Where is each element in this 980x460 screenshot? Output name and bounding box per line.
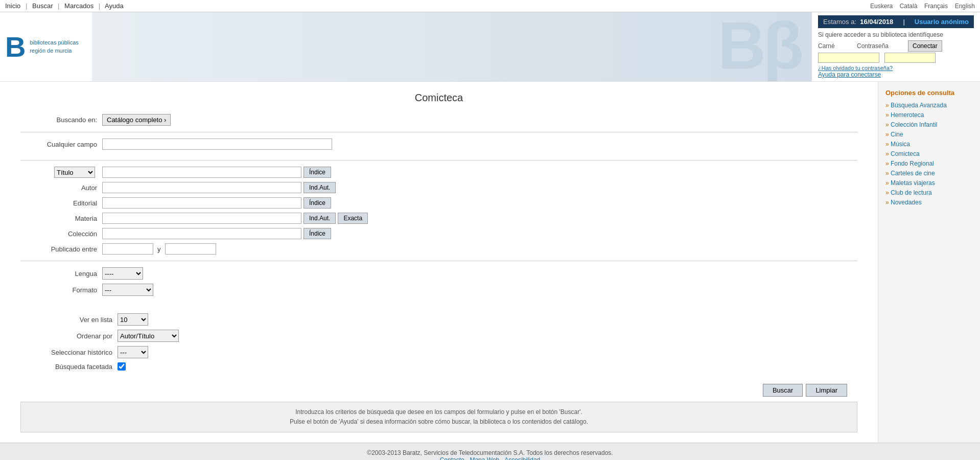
nav-buscar[interactable]: Buscar: [32, 2, 53, 10]
date-bar: Estamos a: 16/04/2018 | Usuario anónimo: [818, 15, 974, 28]
sidebar-link-coleccion-infantil[interactable]: Colección Infantil: [885, 121, 973, 128]
password-input[interactable]: [884, 53, 936, 63]
advanced-fields-section: Título Índice Autor Ind.Aut. Editorial Í…: [20, 160, 857, 261]
publicado-hasta-input[interactable]: [165, 243, 216, 255]
busqueda-facetada-row: Búsqueda facetada: [20, 362, 857, 371]
search-content: Comicteca Buscando en: Catálogo completo…: [0, 82, 878, 443]
seleccionar-historico-select[interactable]: ---: [118, 346, 148, 358]
sidebar-link-novedades[interactable]: Novedades: [885, 199, 973, 206]
footer-link-accesibilidad[interactable]: Accesibilidad: [504, 456, 540, 460]
materia-indaut-button[interactable]: Ind.Aut.: [304, 213, 336, 224]
login-area: Si quiere acceder a su biblioteca identi…: [818, 31, 974, 78]
titulo-field-select[interactable]: Título: [54, 167, 95, 178]
footer-copyright: ©2003-2013 Baratz, Servicios de Teledocu…: [6, 449, 974, 456]
help-connect-link[interactable]: Ayuda para conectarse: [818, 71, 881, 78]
carne-label: Carné: [818, 42, 854, 50]
carne-input[interactable]: [818, 53, 879, 63]
lang-catala[interactable]: Català: [900, 3, 918, 10]
busqueda-facetada-checkbox[interactable]: [118, 362, 126, 371]
nav-sep-3: |: [99, 2, 100, 10]
seleccionar-historico-label: Seleccionar histórico: [20, 349, 118, 356]
cualquier-campo-input[interactable]: [102, 139, 332, 150]
publicado-label: Publicado entre: [20, 245, 102, 253]
catalog-select-button[interactable]: Catálogo completo ›: [102, 114, 171, 126]
buscando-label: Buscando en:: [20, 116, 102, 124]
login-prompt: Si quiere acceder a su biblioteca identi…: [818, 31, 974, 38]
nav-inicio[interactable]: Inicio: [5, 2, 20, 10]
ver-en-lista-row: Ver en lista 10: [20, 313, 857, 326]
materia-label: Materia: [20, 215, 102, 222]
autor-input[interactable]: [102, 182, 301, 193]
editorial-label: Editorial: [20, 199, 102, 207]
info-line-2: Pulse el botón de 'Ayuda' si desea infor…: [31, 417, 847, 427]
logo-area: B bibliotecas públicas región de murcia: [0, 12, 92, 81]
footer-link-mapa-web[interactable]: Mapa Web: [470, 456, 499, 460]
titulo-label-container: Título: [20, 167, 102, 178]
sidebar-link-musica[interactable]: Música: [885, 141, 973, 148]
coleccion-label: Colección: [20, 230, 102, 238]
materia-row: Materia Ind.Aut. Exacta: [20, 213, 857, 224]
main-nav: Inicio | Buscar | Marcados | Ayuda: [5, 2, 127, 10]
publicado-desde-input[interactable]: [102, 243, 153, 255]
coleccion-row: Colección Índice: [20, 228, 857, 239]
sidebar-title: Opciones de consulta: [885, 89, 973, 97]
login-panel: Estamos a: 16/04/2018 | Usuario anónimo …: [811, 12, 980, 81]
lengua-row: Lengua ----: [20, 267, 857, 280]
coleccion-index-button[interactable]: Índice: [304, 228, 331, 239]
formato-row: Formato ---: [20, 284, 857, 296]
buscar-button[interactable]: Buscar: [763, 384, 803, 397]
sidebar-link-comicteca[interactable]: Comicteca: [885, 150, 973, 157]
sidebar-link-cine[interactable]: Cine: [885, 131, 973, 138]
formato-select[interactable]: ---: [102, 284, 153, 296]
sidebar-link-carteles-cine[interactable]: Carteles de cine: [885, 170, 973, 177]
titulo-index-button[interactable]: Índice: [304, 167, 331, 178]
sidebar-link-club-lectura[interactable]: Club de lectura: [885, 189, 973, 196]
busqueda-facetada-label: Búsqueda facetada: [20, 363, 118, 371]
action-buttons: Buscar Limpiar: [20, 384, 857, 397]
sidebar-link-hemeroteca[interactable]: Hemeroteca: [885, 111, 973, 119]
autor-row: Autor Ind.Aut.: [20, 182, 857, 193]
lang-nav: Euskera Català Français English: [865, 2, 975, 10]
info-box: Introduzca los criterios de búsqueda que…: [20, 402, 857, 432]
lang-francais[interactable]: Français: [924, 3, 948, 10]
logo-letter: B: [5, 33, 26, 61]
nav-marcados[interactable]: Marcados: [64, 2, 94, 10]
nav-ayuda[interactable]: Ayuda: [105, 2, 124, 10]
cualquier-campo-label: Cualquier campo: [20, 141, 102, 148]
header-background: Bβ: [92, 12, 811, 81]
titulo-row: Título Índice: [20, 167, 857, 178]
editorial-row: Editorial Índice: [20, 197, 857, 209]
sidebar: Opciones de consulta Búsqueda Avanzada H…: [878, 82, 980, 443]
coleccion-input[interactable]: [102, 228, 301, 239]
ver-en-lista-select[interactable]: 10: [118, 313, 148, 326]
lang-euskera[interactable]: Euskera: [870, 3, 893, 10]
page-footer: ©2003-2013 Baratz, Servicios de Teledocu…: [0, 443, 980, 460]
ordenar-por-label: Ordenar por: [20, 332, 118, 340]
materia-exacta-button[interactable]: Exacta: [338, 213, 368, 224]
sidebar-link-fondo-regional[interactable]: Fondo Regional: [885, 160, 973, 167]
bottom-options-section: Ver en lista 10 Ordenar por Autor/Título…: [20, 306, 857, 379]
user-label: Usuario anónimo: [915, 18, 969, 26]
footer-links: Contacto - Mapa Web - Accesibilidad: [6, 456, 974, 460]
footer-link-contacto[interactable]: Contacto: [440, 456, 464, 460]
lang-english[interactable]: English: [955, 3, 975, 10]
forgot-password-link[interactable]: ¿Has olvidado tu contraseña?: [818, 65, 974, 71]
publicado-row: Publicado entre y: [20, 243, 857, 255]
page-title: Comicteca: [20, 92, 857, 104]
editorial-input[interactable]: [102, 197, 301, 209]
lengua-select[interactable]: ----: [102, 267, 143, 280]
autor-indaut-button[interactable]: Ind.Aut.: [304, 182, 336, 193]
autor-label: Autor: [20, 184, 102, 192]
sidebar-link-maletas-viajeras[interactable]: Maletas viajeras: [885, 179, 973, 187]
sidebar-link-busqueda-avanzada[interactable]: Búsqueda Avanzada: [885, 102, 973, 109]
titulo-input[interactable]: [102, 167, 301, 178]
connect-button[interactable]: Conectar: [908, 40, 942, 52]
nav-sep-1: |: [26, 2, 27, 10]
limpiar-button[interactable]: Limpiar: [806, 384, 847, 397]
ordenar-por-select[interactable]: Autor/Título: [118, 330, 179, 342]
cualquier-campo-section: Cualquier campo: [20, 132, 857, 160]
editorial-index-button[interactable]: Índice: [304, 197, 331, 209]
top-navigation: Inicio | Buscar | Marcados | Ayuda Euske…: [0, 0, 980, 12]
materia-input[interactable]: [102, 213, 301, 224]
date-separator: |: [903, 18, 904, 26]
